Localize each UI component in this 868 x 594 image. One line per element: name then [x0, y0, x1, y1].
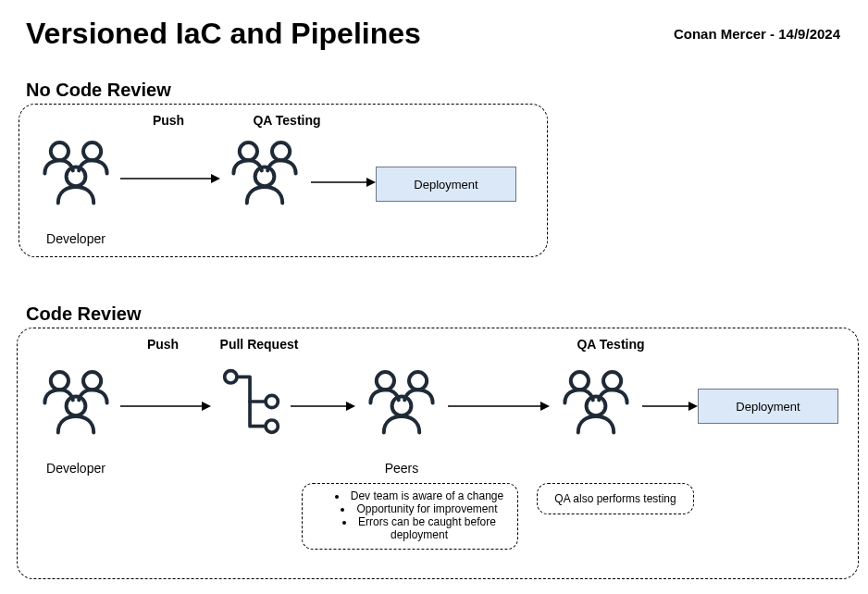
- label-pr: Pull Request: [208, 337, 310, 352]
- svg-marker-9: [366, 178, 376, 187]
- svg-point-10: [51, 372, 68, 390]
- svg-point-0: [51, 142, 68, 160]
- people-icon: [359, 365, 444, 439]
- svg-point-16: [266, 395, 278, 407]
- svg-point-25: [571, 372, 589, 390]
- svg-point-12: [67, 396, 86, 415]
- caption-developer-1: Developer: [33, 231, 118, 246]
- label-push-2: Push: [135, 337, 191, 352]
- note-qa: QA also performs testing: [537, 483, 694, 514]
- label-qa-2: QA Testing: [564, 337, 657, 352]
- svg-marker-29: [688, 402, 698, 411]
- arrow-icon: [118, 400, 211, 413]
- svg-marker-24: [540, 402, 550, 411]
- people-icon: [33, 135, 118, 209]
- byline: Conan Mercer - 14/9/2024: [674, 26, 840, 42]
- svg-point-1: [83, 142, 101, 160]
- section-title-code-review: Code Review: [26, 303, 141, 325]
- svg-point-17: [266, 420, 278, 432]
- arrow-icon: [289, 400, 355, 413]
- note-bullet: Opportunity for improvement: [330, 502, 508, 515]
- people-icon: [553, 365, 639, 439]
- arrow-icon: [309, 176, 376, 189]
- svg-point-5: [240, 142, 257, 160]
- arrow-icon: [446, 400, 550, 413]
- svg-point-22: [392, 396, 412, 415]
- arrow-icon: [640, 400, 698, 413]
- svg-point-27: [587, 396, 606, 415]
- svg-marker-19: [346, 402, 355, 411]
- svg-marker-4: [211, 174, 220, 183]
- svg-point-11: [83, 372, 101, 390]
- caption-peers: Peers: [359, 461, 444, 476]
- svg-point-26: [603, 372, 621, 390]
- people-icon: [222, 135, 307, 209]
- note-text: QA also performs testing: [554, 492, 676, 505]
- page-title: Versioned IaC and Pipelines: [26, 17, 421, 51]
- arrow-icon: [118, 172, 220, 185]
- svg-point-7: [255, 167, 275, 186]
- label-qa-1: QA Testing: [245, 113, 329, 128]
- label-push-1: Push: [141, 113, 196, 128]
- section-title-no-review: No Code Review: [26, 80, 171, 101]
- caption-developer-2: Developer: [33, 461, 118, 476]
- git-branch-icon: [218, 365, 287, 439]
- svg-point-15: [225, 371, 237, 383]
- svg-point-6: [272, 142, 290, 160]
- deployment-box-2: Deployment: [698, 389, 838, 424]
- svg-point-21: [409, 372, 427, 390]
- deployment-box-1: Deployment: [376, 167, 516, 202]
- svg-point-20: [377, 372, 394, 390]
- people-icon: [33, 365, 118, 439]
- svg-marker-14: [202, 402, 211, 411]
- svg-point-2: [67, 167, 86, 186]
- note-bullet: Dev team is aware of a change: [330, 489, 508, 502]
- note-bullet: Errors can be caught before deployment: [330, 515, 508, 541]
- note-peers: Dev team is aware of a change Opportunit…: [302, 483, 518, 550]
